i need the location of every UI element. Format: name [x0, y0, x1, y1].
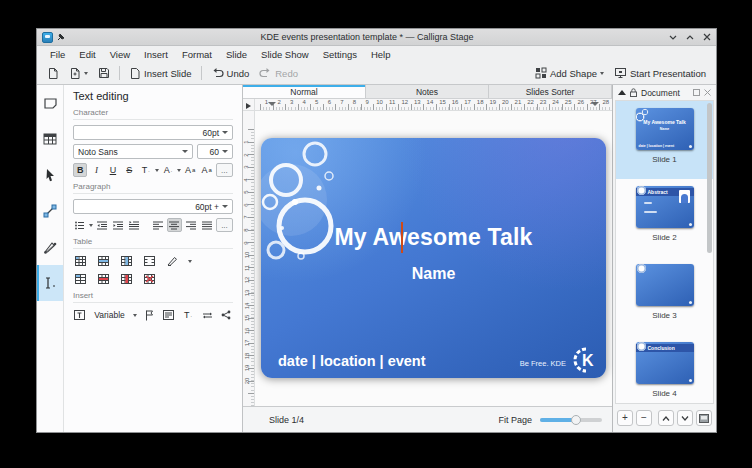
save-button[interactable]	[94, 65, 114, 81]
insert-section-button[interactable]	[162, 308, 175, 322]
close-panel-icon[interactable]	[704, 89, 711, 96]
text-reference-button[interactable]: T.	[181, 308, 194, 322]
change-case-button[interactable]: T.	[138, 163, 152, 177]
first-line-indent-button[interactable]	[127, 218, 141, 232]
slide-subtitle-textframe[interactable]: Name	[261, 265, 606, 283]
more-character-options-button[interactable]: ...	[216, 163, 233, 177]
calligra-stage-window: KDE events presentation template * — Cal…	[36, 28, 717, 433]
font-color-button[interactable]: A.	[161, 163, 175, 177]
font-family-combo[interactable]: Noto Sans	[73, 144, 193, 159]
calligraphy-tool[interactable]	[37, 229, 63, 265]
indent-marker-left[interactable]	[269, 100, 275, 108]
slide-thumbnail-item-3[interactable]: Slide 3	[616, 257, 713, 335]
slide-canvas[interactable]: My Awesome Talk Name date | location | e…	[255, 111, 612, 406]
table-border-pen-button[interactable]	[165, 254, 180, 268]
italic-button[interactable]: I	[89, 163, 103, 177]
align-left-button[interactable]	[151, 218, 165, 232]
move-slide-down-button[interactable]	[677, 410, 693, 426]
menu-format[interactable]: Format	[175, 49, 219, 60]
undo-button[interactable]: Undo	[207, 65, 254, 81]
add-slide-button[interactable]: +	[617, 410, 633, 426]
slide-thumbnail-item-1[interactable]: My Awesome Talk Name date | location | e…	[616, 101, 713, 179]
text-tool[interactable]	[37, 265, 63, 301]
merge-cells-button[interactable]	[142, 254, 157, 268]
insert-table-button[interactable]	[73, 254, 88, 268]
table-tool[interactable]	[37, 121, 63, 157]
zoom-slider-handle[interactable]	[571, 415, 581, 425]
menu-file[interactable]: File	[43, 49, 72, 60]
insert-column-button[interactable]	[119, 254, 134, 268]
insert-slide-button[interactable]: Insert Slide	[125, 65, 196, 82]
new-document-button[interactable]	[43, 65, 63, 82]
slide-title-textframe[interactable]: My Awesome Talk	[261, 224, 606, 251]
align-right-button[interactable]	[184, 218, 198, 232]
list-style-button[interactable]	[73, 218, 87, 232]
maximize-button[interactable]	[686, 33, 694, 41]
horizontal-ruler-numbers: 1234567891011121314151617181920212223242…	[255, 99, 612, 110]
ruler-number: 19	[244, 365, 250, 372]
thumbnail-scrollbar[interactable]	[707, 103, 712, 253]
delete-table-button[interactable]	[142, 272, 157, 286]
swap-arrows-button[interactable]	[201, 308, 214, 322]
chevron-down-icon	[222, 150, 228, 156]
menu-help[interactable]: Help	[364, 49, 398, 60]
slide-thumbnail-item-2[interactable]: Abstract Slide 2	[616, 179, 713, 257]
shape-handling-tool[interactable]	[37, 85, 63, 121]
zoom-slider[interactable]	[540, 415, 602, 425]
redo-button[interactable]: Redo	[255, 65, 302, 81]
minimize-button[interactable]	[669, 33, 677, 41]
character-style-combo[interactable]: 60pt	[73, 125, 233, 140]
slide-footer-textframe[interactable]: date | location | event	[278, 353, 426, 369]
close-button[interactable]	[703, 33, 711, 41]
align-justify-button[interactable]	[200, 218, 214, 232]
bold-button[interactable]: B	[73, 163, 87, 177]
tab-slides-sorter[interactable]: Slides Sorter	[489, 85, 612, 98]
underline-button[interactable]: U	[106, 163, 120, 177]
ruler-number: 11	[244, 265, 250, 271]
line-spacing-combo[interactable]: 60pt +	[73, 199, 233, 214]
insert-section-label: Insert	[73, 291, 233, 303]
slide-properties-button[interactable]	[696, 410, 712, 426]
move-slide-up-button[interactable]	[658, 410, 674, 426]
split-cells-button[interactable]	[73, 272, 88, 286]
slide-indicator: Slide 1/4	[269, 415, 304, 425]
delete-slide-button[interactable]: −	[636, 410, 652, 426]
thumb-gear-badge	[637, 264, 646, 273]
select-tool[interactable]	[37, 157, 63, 193]
open-document-button[interactable]	[65, 65, 92, 82]
slide-thumbnail-item-4[interactable]: Conclusion Slide 4	[616, 335, 713, 404]
variable-dropdown[interactable]: Variable	[94, 310, 125, 320]
font-size-combo[interactable]: 60	[197, 144, 233, 159]
ruler-number: 15	[439, 99, 446, 105]
menu-view[interactable]: View	[103, 49, 137, 60]
tab-notes[interactable]: Notes	[366, 85, 489, 98]
add-shape-icon	[535, 67, 547, 79]
tab-normal[interactable]: Normal	[243, 85, 366, 98]
slide-page[interactable]: My Awesome Talk Name date | location | e…	[261, 138, 606, 378]
decrease-indent-button[interactable]	[95, 218, 109, 232]
menu-insert[interactable]: Insert	[137, 49, 175, 60]
superscript-button[interactable]: Aa	[183, 163, 197, 177]
insert-row-button[interactable]	[96, 254, 111, 268]
menu-slide[interactable]: Slide	[219, 49, 254, 60]
strikethrough-button[interactable]: S	[122, 163, 136, 177]
start-presentation-button[interactable]: Start Presentation	[610, 65, 710, 81]
collapse-triangle-icon[interactable]	[618, 90, 626, 96]
connector-tool[interactable]	[37, 193, 63, 229]
lock-icon[interactable]	[630, 88, 637, 97]
more-paragraph-options-button[interactable]: ...	[216, 218, 233, 232]
special-character-button[interactable]	[73, 308, 86, 322]
menu-edit[interactable]: Edit	[72, 49, 102, 60]
align-center-button[interactable]	[167, 218, 181, 232]
bookmark-button[interactable]	[143, 308, 156, 322]
menu-slide-show[interactable]: Slide Show	[254, 49, 316, 60]
menu-settings[interactable]: Settings	[316, 49, 364, 60]
titlebar[interactable]: KDE events presentation template * — Cal…	[37, 29, 716, 46]
delete-column-button[interactable]	[119, 272, 134, 286]
share-node-button[interactable]	[220, 308, 233, 322]
increase-indent-button[interactable]	[111, 218, 125, 232]
delete-row-button[interactable]	[96, 272, 111, 286]
subscript-button[interactable]: Aa	[199, 163, 213, 177]
add-shape-button[interactable]: Add Shape	[531, 65, 608, 81]
float-panel-icon[interactable]	[693, 89, 700, 96]
